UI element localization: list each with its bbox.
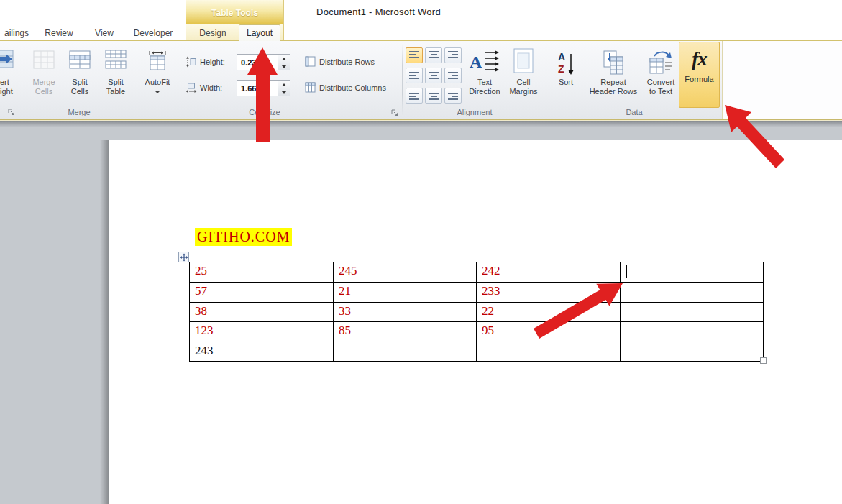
cell-size-group-label: Cell Size bbox=[137, 108, 393, 116]
cell-size-dialog-launcher[interactable] bbox=[390, 107, 399, 120]
ribbon-tab-row: ailings Review View Developer Design Lay… bbox=[0, 24, 842, 41]
ribbon-empty-area bbox=[722, 41, 842, 119]
table-cell[interactable] bbox=[621, 302, 764, 322]
distribute-columns-button[interactable]: Distribute Columns bbox=[319, 83, 386, 92]
table-cell[interactable] bbox=[334, 342, 477, 362]
margin-mark bbox=[196, 205, 196, 226]
cell-margins-label-line1: Cell bbox=[505, 78, 542, 87]
split-cells-icon bbox=[69, 50, 91, 71]
split-cells-button[interactable]: Split Cells bbox=[62, 43, 98, 108]
spinner-down-icon[interactable] bbox=[278, 88, 290, 96]
table-cell[interactable]: 33 bbox=[334, 302, 477, 322]
convert-to-text-icon bbox=[649, 50, 673, 78]
insert-right-icon[interactable] bbox=[0, 47, 16, 73]
align-bottom-left-button[interactable] bbox=[406, 88, 423, 104]
svg-text:A: A bbox=[558, 51, 565, 63]
sort-button[interactable]: A Z Sort bbox=[549, 43, 583, 108]
table-cell[interactable]: 25 bbox=[190, 262, 334, 283]
table-cell[interactable]: 233 bbox=[477, 283, 621, 303]
ribbon-layout-tab: ert ight Merge Cel bbox=[0, 41, 842, 119]
text-cursor bbox=[626, 265, 627, 278]
merge-cells-label-line1: Merge bbox=[26, 78, 62, 87]
text-direction-button[interactable]: A Text Direction bbox=[465, 43, 505, 108]
cell-margins-button[interactable]: Cell Margins bbox=[505, 43, 542, 108]
align-center-button[interactable] bbox=[425, 68, 442, 83]
align-center-left-button[interactable] bbox=[406, 68, 423, 83]
table-row: 243 bbox=[190, 342, 764, 362]
table-row: 57 21 233 bbox=[190, 283, 764, 303]
table-cell[interactable]: 95 bbox=[477, 322, 621, 342]
dialog-launcher-icon bbox=[7, 108, 16, 116]
dialog-launcher-icon bbox=[390, 109, 399, 117]
table-cell[interactable]: 85 bbox=[334, 322, 477, 342]
align-bottom-right-button[interactable] bbox=[444, 88, 462, 104]
split-cells-label-line2: Cells bbox=[62, 87, 98, 96]
table-cell[interactable] bbox=[621, 322, 764, 342]
align-bottom-center-button[interactable] bbox=[425, 88, 442, 104]
alignment-group-label: Alignment bbox=[403, 108, 546, 116]
tab-layout[interactable]: Layout bbox=[239, 24, 280, 41]
table-cell[interactable]: 57 bbox=[190, 283, 334, 303]
convert-to-text-button[interactable]: Convert to Text bbox=[639, 43, 683, 108]
margin-mark bbox=[756, 203, 756, 226]
group-separator bbox=[402, 44, 403, 116]
table-cell[interactable]: 245 bbox=[334, 262, 477, 283]
spinner-up-icon[interactable] bbox=[278, 81, 290, 88]
table-cell[interactable]: 242 bbox=[477, 262, 621, 283]
margin-mark bbox=[174, 226, 196, 226]
table-cell[interactable]: 123 bbox=[190, 322, 334, 342]
spinner-up-icon[interactable] bbox=[278, 55, 290, 63]
table-row: 25 245 242 bbox=[190, 262, 764, 283]
repeat-header-rows-label-line2: Header Rows bbox=[586, 87, 641, 96]
merge-cells-label-line2: Cells bbox=[26, 87, 62, 96]
table-cell[interactable] bbox=[477, 342, 621, 362]
svg-text:Z: Z bbox=[558, 63, 564, 75]
split-table-label-line1: Split bbox=[98, 78, 134, 87]
row-height-input[interactable] bbox=[237, 54, 278, 70]
table-cell-active[interactable] bbox=[621, 262, 764, 283]
rows-columns-dialog-launcher[interactable] bbox=[7, 106, 16, 119]
align-center-right-button[interactable] bbox=[444, 68, 462, 83]
spinner-down-icon[interactable] bbox=[278, 63, 290, 70]
repeat-header-rows-button[interactable]: Repeat Header Rows bbox=[586, 43, 641, 108]
align-top-left-button[interactable] bbox=[406, 47, 423, 63]
document-workspace: GITIHO.COM 25 245 242 57 21 23 bbox=[0, 121, 842, 504]
table-resize-handle[interactable] bbox=[760, 357, 767, 364]
table-cell[interactable]: 38 bbox=[190, 302, 334, 322]
align-top-right-button[interactable] bbox=[444, 47, 462, 63]
tab-mailings-partial[interactable]: ailings bbox=[1, 26, 32, 40]
ribbon-shadow bbox=[0, 121, 842, 127]
formula-button[interactable]: fx Formula bbox=[679, 42, 720, 108]
distribute-rows-button[interactable]: Distribute Rows bbox=[319, 58, 375, 66]
data-group-label: Data bbox=[546, 108, 722, 116]
table-cell[interactable]: 21 bbox=[334, 283, 477, 303]
table-row: 123 85 95 bbox=[190, 322, 764, 342]
window-title: Document1 - Microsoft Word bbox=[316, 6, 441, 17]
group-separator bbox=[137, 44, 137, 116]
word-window: Table Tools Document1 - Microsoft Word a… bbox=[0, 0, 842, 504]
document-heading[interactable]: GITIHO.COM bbox=[195, 228, 292, 246]
width-label: Width: bbox=[200, 83, 222, 92]
split-table-button[interactable]: Split Table bbox=[98, 43, 134, 108]
table-move-handle[interactable] bbox=[178, 252, 189, 262]
tab-developer[interactable]: Developer bbox=[127, 26, 180, 40]
table-row: 38 33 22 bbox=[190, 302, 764, 322]
column-width-spinner[interactable] bbox=[278, 80, 290, 96]
table-cell[interactable]: 243 bbox=[190, 342, 334, 362]
distribute-rows-icon bbox=[305, 56, 316, 70]
insert-right-label-line1: ert bbox=[0, 78, 9, 86]
tab-view[interactable]: View bbox=[88, 26, 121, 40]
page-shadow bbox=[100, 140, 109, 504]
autofit-button[interactable]: AutoFit bbox=[140, 43, 175, 108]
table-cell[interactable]: 22 bbox=[477, 302, 621, 322]
cell-margins-icon bbox=[512, 47, 535, 75]
row-height-spinner[interactable] bbox=[278, 54, 290, 70]
text-direction-label-line1: Text bbox=[465, 78, 505, 87]
table-cell[interactable] bbox=[621, 342, 764, 362]
column-width-input[interactable] bbox=[237, 80, 278, 96]
tab-design[interactable]: Design bbox=[193, 26, 233, 40]
align-top-center-button[interactable] bbox=[425, 47, 442, 63]
insert-right-icon-glyph bbox=[0, 47, 16, 70]
table-cell[interactable] bbox=[621, 283, 764, 303]
tab-review[interactable]: Review bbox=[39, 26, 79, 40]
